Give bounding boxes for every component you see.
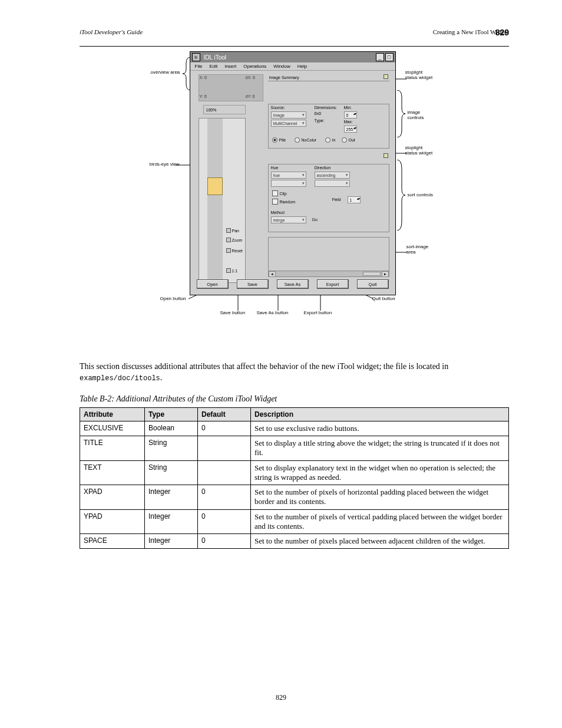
callout-open: Open button	[160, 297, 186, 302]
image-controls-panel: Source: Image MultiChannel Dimensions: 0…	[268, 104, 389, 149]
col-description: Description	[251, 407, 509, 421]
callout-export: Export button	[304, 311, 332, 316]
menu-bar[interactable]: File Edit Insert Operations Window Help	[190, 62, 395, 71]
image-source-dropdown[interactable]: Image	[271, 111, 306, 118]
cell-description: Set to display explanatory text in the w…	[251, 460, 509, 485]
radio-pile[interactable]: Pile	[272, 137, 286, 143]
attributes-table: Attribute Type Default Description EXCLU…	[80, 407, 509, 549]
chk-random[interactable]: Random	[272, 199, 295, 205]
window-title: IDL iTool	[200, 54, 376, 61]
horizontal-scrollbar[interactable]	[269, 271, 389, 276]
cell-attribute: EXCLUSIVE	[80, 421, 145, 436]
max-stepper[interactable]: 255	[344, 126, 357, 133]
method-dropdown[interactable]: merge	[271, 216, 306, 223]
callout-save: Save button	[220, 311, 246, 316]
overview-x: X: 0	[200, 75, 207, 80]
callout-sort-panel: sort controls	[408, 193, 434, 198]
radio-nocolor[interactable]: NoColor	[295, 137, 317, 143]
sort-hue-label: Hue	[271, 166, 279, 170]
cell-type: String	[145, 460, 198, 485]
sort-hue-dropdown-2[interactable]	[271, 180, 306, 187]
callout-birdseye: birds-eye view	[150, 162, 180, 167]
cell-type: String	[145, 436, 198, 461]
maximize-button[interactable]: □	[385, 53, 394, 61]
max-label: Max:	[344, 120, 353, 124]
cell-default: 0	[198, 509, 251, 534]
brace-sort-panel	[396, 160, 405, 230]
image-view-dropdown[interactable]: MultiChannel	[271, 120, 306, 127]
callout-saveas: Save As button	[257, 311, 289, 316]
callout-image-panel: image controls	[408, 110, 436, 121]
cell-attribute: TITLE	[80, 436, 145, 461]
field-label: Field	[332, 197, 341, 202]
export-button[interactable]: Export	[317, 279, 349, 289]
stoplight-status-1	[384, 74, 388, 79]
save-button[interactable]: Save	[237, 279, 269, 289]
callout-overview: overview area	[151, 70, 180, 75]
cell-description: Set to the number of pixels placed betwe…	[251, 534, 509, 549]
col-type: Type	[145, 407, 198, 421]
cell-attribute: XPAD	[80, 485, 145, 510]
quit-button[interactable]: Quit	[357, 279, 389, 289]
header-left: iTool Developer's Guide	[80, 28, 143, 35]
cell-default: 0	[198, 485, 251, 510]
brace-image-panel	[396, 90, 405, 137]
sort-image-area	[268, 237, 389, 277]
birdseye-view[interactable]: Pan Zoom Reset 1:1	[199, 118, 246, 283]
radio-out[interactable]: Out	[342, 137, 355, 143]
overview-y: Y: 0	[200, 94, 207, 98]
titlebar[interactable]: ≡ IDL iTool _ □	[190, 52, 395, 62]
cell-description: Set to display a title string above the …	[251, 436, 509, 461]
sort-direction-dropdown[interactable]: ascending	[315, 172, 350, 179]
menu-insert[interactable]: Insert	[224, 64, 236, 69]
menu-help[interactable]: Help	[297, 64, 307, 69]
callout-stoplight2: stoplight status widget	[405, 146, 436, 156]
go-button[interactable]: Go	[312, 218, 318, 222]
sort-controls-panel: Hue hue Direction ascending Clip Random …	[268, 164, 389, 232]
callout-sort-image: sort-image area	[406, 245, 436, 255]
image-dims-label: Dimensions:	[315, 106, 338, 110]
system-menu-icon[interactable]: ≡	[192, 53, 200, 61]
right-section-title: Image Summary	[268, 75, 389, 81]
image-source-label: Source:	[271, 106, 285, 110]
body-paragraph: This section discusses additional attrib…	[80, 361, 509, 384]
sort-hue-dropdown[interactable]: hue	[271, 172, 306, 179]
menu-operations[interactable]: Operations	[243, 64, 266, 69]
sort-direction-dropdown-2[interactable]	[315, 180, 350, 187]
table-row: YPADInteger0Set to the number of pixels …	[80, 509, 509, 534]
cell-type: Integer	[145, 485, 198, 510]
nav-zoom[interactable]: Zoom	[226, 238, 239, 242]
table-caption: Table B-2: Additional Attributes of the …	[80, 394, 509, 404]
cell-default	[198, 460, 251, 485]
col-default: Default	[198, 407, 251, 421]
min-stepper[interactable]: 0	[344, 111, 357, 118]
col-attribute: Attribute	[80, 407, 145, 421]
cell-attribute: YPAD	[80, 509, 145, 534]
zoom-field[interactable]: 100%	[203, 105, 246, 114]
menu-edit[interactable]: Edit	[209, 64, 217, 69]
cell-attribute: TEXT	[80, 460, 145, 485]
cell-type: Integer	[145, 534, 198, 549]
field-stepper[interactable]: 1	[348, 196, 361, 203]
cell-description: Set to the number of pixels of horizonta…	[251, 485, 509, 510]
menu-window[interactable]: Window	[273, 64, 290, 69]
minimize-button[interactable]: _	[376, 53, 384, 61]
menu-file[interactable]: File	[195, 64, 203, 69]
overview-dx: dX: 0	[246, 75, 255, 80]
table-row: XPADInteger0Set to the number of pixels …	[80, 485, 509, 510]
stoplight-status-2	[384, 153, 388, 158]
callout-quit: Quit button	[372, 297, 395, 302]
nav-pan[interactable]: Pan	[226, 228, 239, 233]
nav-1to1[interactable]: 1:1	[226, 268, 239, 273]
saveas-button[interactable]: Save As	[277, 279, 309, 289]
radio-in[interactable]: In	[325, 137, 336, 143]
nav-reset[interactable]: Reset	[226, 248, 239, 253]
itool-window: ≡ IDL iTool _ □ File Edit Insert Operati…	[190, 51, 396, 295]
image-dims-value: 0x0	[315, 111, 321, 116]
overview-dy: dY: 0	[246, 94, 255, 98]
page-footer: 829	[0, 693, 562, 702]
chk-clip[interactable]: Clip	[272, 190, 287, 196]
image-type-label: Type:	[315, 118, 325, 123]
zoom-value: 100%	[206, 108, 217, 112]
open-button[interactable]: Open	[197, 279, 229, 289]
